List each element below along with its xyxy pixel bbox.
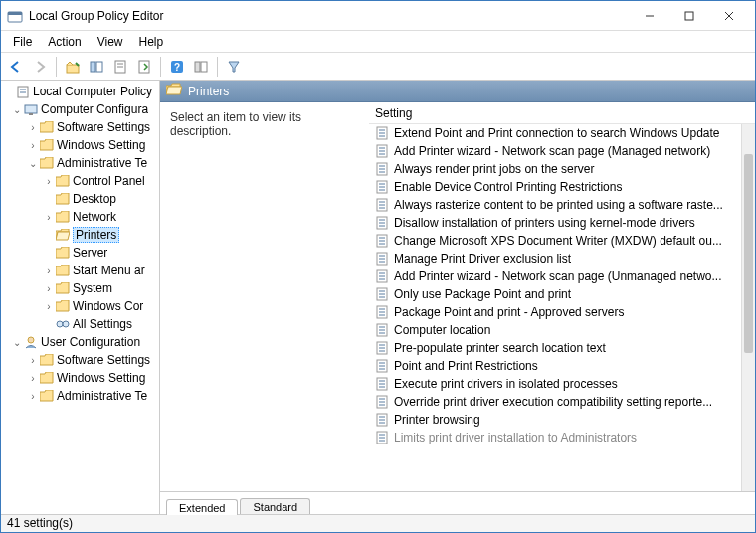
setting-row[interactable]: Execute print drivers in isolated proces… (369, 375, 755, 393)
caret-right-icon[interactable]: › (27, 122, 39, 133)
menu-view[interactable]: View (90, 33, 131, 51)
filter-button[interactable] (223, 56, 245, 78)
caret-right-icon[interactable]: › (43, 301, 55, 312)
setting-row[interactable]: Limits print driver installation to Admi… (369, 429, 755, 446)
tree-all-settings[interactable]: All Settings (1, 315, 159, 333)
tree-user-windows-settings[interactable]: › Windows Setting (1, 369, 159, 387)
setting-label: Extend Point and Print connection to sea… (394, 126, 720, 140)
setting-row[interactable]: Extend Point and Print connection to sea… (369, 124, 755, 142)
setting-row[interactable]: Override print driver execution compatib… (369, 393, 755, 411)
setting-row[interactable]: Package Point and print - Approved serve… (369, 303, 755, 321)
details-title: Printers (188, 85, 229, 98)
caret-down-icon[interactable]: ⌄ (27, 158, 39, 169)
policy-icon (15, 84, 31, 99)
tree-user-config[interactable]: ⌄ User Configuration (1, 333, 159, 351)
caret-right-icon[interactable]: › (43, 176, 55, 187)
setting-icon (375, 305, 389, 319)
tree-server[interactable]: Server (1, 244, 159, 262)
maximize-button[interactable] (669, 2, 709, 30)
caret-right-icon[interactable]: › (27, 373, 39, 384)
caret-down-icon[interactable]: ⌄ (11, 104, 23, 115)
column-label: Setting (375, 106, 412, 120)
tab-strip: Extended Standard (160, 492, 755, 514)
setting-row[interactable]: Change Microsoft XPS Document Writer (MX… (369, 232, 755, 250)
setting-icon (375, 395, 389, 409)
setting-row[interactable]: Always rasterize content to be printed u… (369, 196, 755, 214)
export-button[interactable] (133, 56, 155, 78)
setting-label: Always render print jobs on the server (394, 162, 594, 176)
app-icon (7, 8, 23, 24)
tree-pane[interactable]: Local Computer Policy ⌄ Computer Configu… (1, 81, 160, 514)
setting-row[interactable]: Point and Print Restrictions (369, 357, 755, 375)
setting-label: Point and Print Restrictions (394, 359, 538, 373)
properties-button[interactable] (109, 56, 131, 78)
folder-icon (39, 119, 55, 135)
column-header-setting[interactable]: Setting (369, 102, 755, 124)
tree-windows-settings[interactable]: › Windows Setting (1, 136, 159, 154)
svg-rect-3 (685, 12, 693, 20)
close-button[interactable] (709, 2, 749, 30)
caret-right-icon[interactable]: › (43, 283, 55, 294)
tree-user-software-settings[interactable]: › Software Settings (1, 351, 159, 369)
setting-label: Execute print drivers in isolated proces… (394, 377, 618, 391)
menu-action[interactable]: Action (40, 33, 89, 51)
caret-right-icon[interactable]: › (43, 212, 55, 223)
tree-root[interactable]: Local Computer Policy (1, 83, 159, 100)
setting-row[interactable]: Always render print jobs on the server (369, 160, 755, 178)
setting-row[interactable]: Enable Device Control Printing Restricti… (369, 178, 755, 196)
settings-list[interactable]: Setting Extend Point and Print connectio… (369, 102, 755, 491)
svg-rect-1 (8, 12, 22, 15)
caret-right-icon[interactable]: › (27, 355, 39, 366)
tab-standard[interactable]: Standard (240, 498, 310, 514)
setting-label: Only use Package Point and print (394, 287, 571, 301)
tree-admin-templates[interactable]: ⌄ Administrative Te (1, 154, 159, 172)
tree-system[interactable]: › System (1, 279, 159, 297)
tree-computer-config[interactable]: ⌄ Computer Configura (1, 100, 159, 118)
tree-printers[interactable]: Printers (1, 226, 159, 244)
menu-bar: File Action View Help (1, 31, 755, 53)
setting-row[interactable]: Disallow installation of printers using … (369, 214, 755, 232)
folder-icon (55, 191, 71, 207)
menu-help[interactable]: Help (131, 33, 172, 51)
setting-label: Enable Device Control Printing Restricti… (394, 180, 622, 194)
tree-network[interactable]: › Network (1, 208, 159, 226)
setting-row[interactable]: Computer location (369, 321, 755, 339)
minimize-button[interactable] (630, 2, 669, 30)
scrollbar-thumb[interactable] (744, 154, 753, 353)
tree-label: Software Settings (57, 120, 150, 134)
svg-text:?: ? (174, 62, 180, 73)
caret-down-icon[interactable]: ⌄ (11, 337, 23, 348)
show-hide-tree-button[interactable] (86, 56, 107, 78)
tree-start-menu[interactable]: › Start Menu ar (1, 262, 159, 279)
tree-control-panel[interactable]: › Control Panel (1, 172, 159, 190)
options-button[interactable] (190, 56, 212, 78)
setting-row[interactable]: Printer browsing (369, 411, 755, 429)
svg-rect-16 (201, 62, 207, 72)
tree-label: Computer Configura (41, 102, 148, 116)
folder-icon (55, 245, 71, 261)
menu-file[interactable]: File (5, 33, 40, 51)
caret-right-icon[interactable]: › (43, 266, 55, 276)
details-header: Printers (160, 81, 755, 102)
description-column: Select an item to view its description. (160, 102, 369, 491)
caret-right-icon[interactable]: › (27, 140, 39, 151)
setting-row[interactable]: Add Printer wizard - Network scan page (… (369, 267, 755, 285)
forward-button[interactable] (29, 56, 51, 78)
tree-windows-components[interactable]: › Windows Cor (1, 297, 159, 315)
tree-label: User Configuration (41, 335, 140, 349)
vertical-scrollbar[interactable] (741, 124, 755, 491)
tree-user-admin-templates[interactable]: › Administrative Te (1, 387, 159, 405)
tab-extended[interactable]: Extended (166, 499, 238, 515)
setting-row[interactable]: Only use Package Point and print (369, 285, 755, 303)
tree-software-settings[interactable]: › Software Settings (1, 118, 159, 136)
caret-right-icon[interactable]: › (27, 391, 39, 402)
setting-row[interactable]: Add Printer wizard - Network scan page (… (369, 142, 755, 160)
setting-row[interactable]: Pre-populate printer search location tex… (369, 339, 755, 357)
folder-icon (55, 263, 71, 278)
back-button[interactable] (5, 56, 27, 78)
setting-row[interactable]: Manage Print Driver exclusion list (369, 250, 755, 267)
tree-label: Software Settings (57, 353, 150, 367)
help-button[interactable]: ? (166, 56, 188, 78)
up-button[interactable] (62, 56, 84, 78)
tree-desktop[interactable]: Desktop (1, 190, 159, 208)
